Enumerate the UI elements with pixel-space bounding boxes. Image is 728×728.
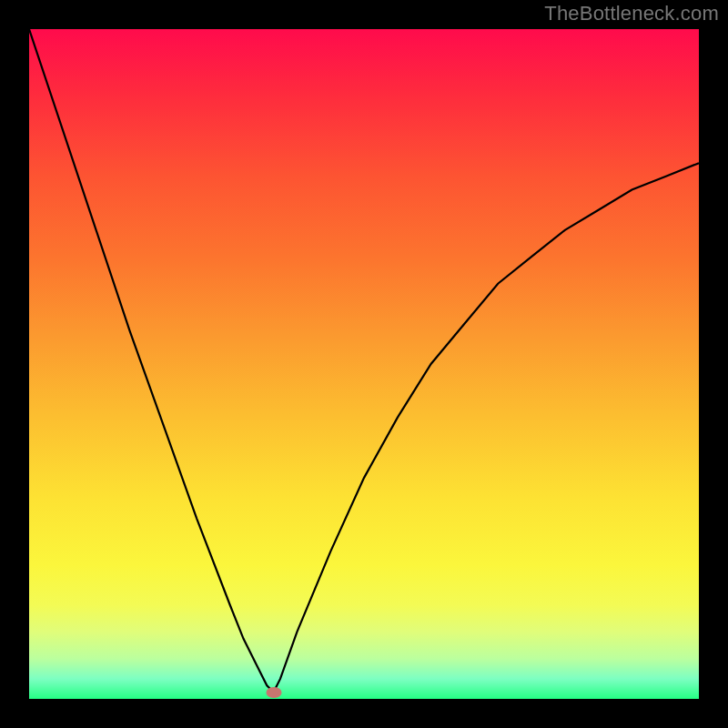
plot-area (29, 29, 699, 699)
bottleneck-curve (29, 29, 699, 699)
attribution-text: TheBottleneck.com (544, 2, 719, 25)
optimal-point-marker (266, 687, 281, 698)
chart-frame: TheBottleneck.com (0, 0, 728, 728)
